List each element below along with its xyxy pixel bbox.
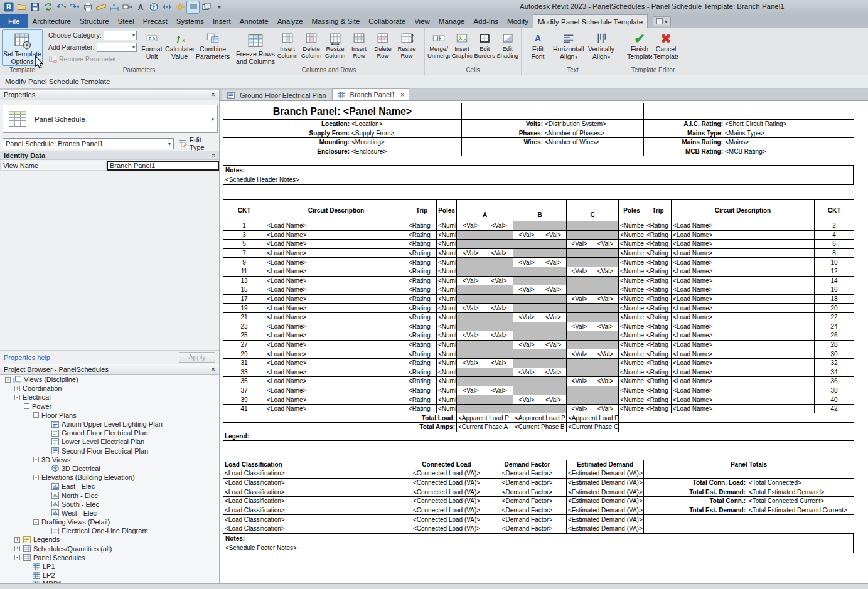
tab-view[interactable]: View: [410, 14, 434, 28]
schedule-cell[interactable]: <Numbe: [619, 404, 645, 413]
schedule-cell[interactable]: <Current Phase C: [567, 423, 619, 432]
schedule-cell[interactable]: [540, 331, 567, 341]
schedule-cell[interactable]: <Load Classification>: [223, 487, 405, 497]
schedule-cell[interactable]: 13: [223, 276, 265, 285]
schedule-cell[interactable]: <Numbe: [619, 276, 645, 285]
schedule-cell[interactable]: <Numbe: [437, 221, 457, 231]
schedule-cell[interactable]: <Load Name>: [265, 312, 407, 322]
collapse-icon[interactable]: -: [5, 377, 11, 383]
schedule-cell[interactable]: <Demand Factor>: [488, 478, 567, 487]
schedule-cell[interactable]: [513, 358, 540, 368]
schedule-cell[interactable]: <Rating: [407, 267, 437, 276]
schedule-cell[interactable]: 12: [815, 267, 854, 276]
schedule-cell[interactable]: <Rating: [407, 377, 437, 386]
view-tab-branch-panel1[interactable]: Branch Panel1×: [332, 88, 410, 100]
schedule-cell[interactable]: <Val>: [567, 267, 592, 276]
schedule-cell[interactable]: <Load Name>: [265, 276, 407, 285]
schedule-cell[interactable]: <Rating: [407, 294, 437, 304]
close-view-icon[interactable]: ×: [400, 91, 404, 98]
schedule-cell[interactable]: <Val>: [513, 312, 540, 322]
schedule-cell[interactable]: <Val>: [513, 395, 540, 405]
schedule-cell[interactable]: 14: [815, 276, 854, 285]
schedule-cell[interactable]: <Rating: [645, 276, 672, 285]
schedule-cell[interactable]: <Numbe: [437, 340, 457, 349]
close-icon[interactable]: ×: [211, 91, 215, 98]
expand-icon[interactable]: +: [14, 386, 20, 391]
identity-data-header[interactable]: Identity Data »: [0, 151, 219, 160]
calculated-value-button[interactable]: ƒxCalculatedValue: [164, 29, 195, 66]
schedule-cell[interactable]: [567, 358, 592, 368]
schedule-cell[interactable]: <Numbe: [619, 340, 645, 349]
schedule-cell[interactable]: <Demand Factor>: [488, 515, 567, 524]
schedule-cell[interactable]: <Numbe: [619, 377, 645, 386]
print-icon[interactable]: [82, 1, 94, 13]
remove-parameter-button[interactable]: Remove Parameter: [48, 54, 137, 64]
thin-lines-icon[interactable]: [187, 1, 199, 13]
schedule-cell[interactable]: [457, 404, 485, 413]
schedule-cell[interactable]: <Numbe: [437, 368, 457, 377]
resize-row-button[interactable]: ResizeRow: [395, 29, 419, 66]
schedule-cell[interactable]: <Load Name>: [265, 230, 407, 240]
text-icon[interactable]: A: [134, 1, 146, 13]
schedule-cell[interactable]: [457, 312, 485, 322]
schedule-cell[interactable]: <Numbe: [619, 294, 645, 304]
schedule-cell[interactable]: [462, 147, 515, 156]
schedule-cell[interactable]: [592, 312, 619, 322]
schedule-cell[interactable]: [485, 322, 513, 331]
schedule-cell[interactable]: 8: [815, 248, 854, 258]
schedule-header-cell[interactable]: Connected Load: [405, 460, 488, 469]
schedule-header-cell[interactable]: B: [513, 208, 567, 221]
schedule-cell[interactable]: A.I.C. Rating:<Short Circuit Rating>: [644, 120, 854, 129]
schedule-cell[interactable]: <Numbe: [437, 358, 457, 368]
schedule-cell[interactable]: <Numbe: [437, 258, 457, 267]
schedule-header-cell[interactable]: Demand Factor: [488, 460, 567, 469]
schedule-cell[interactable]: <Connected Load (VA)>: [405, 515, 488, 524]
schedule-cell[interactable]: <Val>: [513, 368, 540, 377]
schedule-cell[interactable]: <Estimated Demand (VA)>: [567, 478, 644, 487]
schedule-cell[interactable]: <Load Name>: [672, 395, 815, 405]
schedule-cell[interactable]: [592, 276, 619, 285]
collapse-icon[interactable]: -: [14, 555, 20, 560]
tab-steel[interactable]: Steel: [114, 14, 139, 28]
schedule-cell[interactable]: 1: [223, 221, 265, 231]
schedule-cell[interactable]: <Rating: [645, 312, 672, 322]
schedule-cell[interactable]: Supply From:<Supply From>: [223, 129, 462, 138]
schedule-cell[interactable]: <Estimated Demand (VA)>: [567, 497, 644, 506]
schedule-cell[interactable]: [485, 294, 513, 304]
close-icon[interactable]: ×: [211, 366, 215, 373]
schedule-cell[interactable]: <Rating: [645, 368, 672, 377]
schedule-cell[interactable]: <Demand Factor>: [488, 497, 567, 506]
schedule-cell[interactable]: <Rating: [645, 377, 672, 386]
tree-item-east-elec[interactable]: East - Elec: [0, 482, 219, 491]
schedule-cell[interactable]: 26: [815, 331, 854, 341]
schedule-cell[interactable]: [513, 221, 540, 231]
schedule-cell[interactable]: <Load Name>: [672, 240, 815, 249]
schedule-cell[interactable]: [485, 395, 513, 405]
insert-row-button[interactable]: InsertRow: [347, 29, 371, 66]
schedule-cell[interactable]: <Load Name>: [265, 221, 407, 231]
schedule-cell[interactable]: 37: [223, 386, 265, 395]
schedule-cell[interactable]: <Val>: [485, 221, 513, 231]
schedule-cell[interactable]: <Numbe: [437, 377, 457, 386]
schedule-cell[interactable]: <Load Name>: [265, 248, 407, 258]
schedule-cell[interactable]: [592, 386, 619, 395]
schedule-cell[interactable]: 25: [223, 331, 265, 341]
schedule-cell[interactable]: <Load Name>: [265, 331, 407, 341]
schedule-cell[interactable]: <Val>: [567, 322, 592, 331]
schedule-cell[interactable]: <Val>: [485, 304, 513, 313]
schedule-cell[interactable]: <Rating: [407, 386, 437, 395]
schedule-cell[interactable]: [513, 331, 540, 341]
schedule-cell[interactable]: <Numbe: [619, 267, 645, 276]
schedule-cell[interactable]: [567, 331, 592, 341]
schedule-cell[interactable]: <Rating: [407, 221, 437, 231]
schedule-cell[interactable]: [592, 340, 619, 349]
open-icon[interactable]: [16, 1, 28, 13]
schedule-cell[interactable]: [592, 258, 619, 267]
schedule-cell[interactable]: <Rating: [407, 285, 437, 295]
schedule-cell[interactable]: [513, 304, 540, 313]
tree-item-south-elec[interactable]: South - Elec: [0, 500, 219, 509]
schedule-cell[interactable]: [567, 276, 592, 285]
tab-systems[interactable]: Systems: [172, 14, 208, 28]
schedule-cell[interactable]: [462, 138, 515, 147]
insert-graphic-button[interactable]: InsertGraphic: [451, 29, 473, 66]
